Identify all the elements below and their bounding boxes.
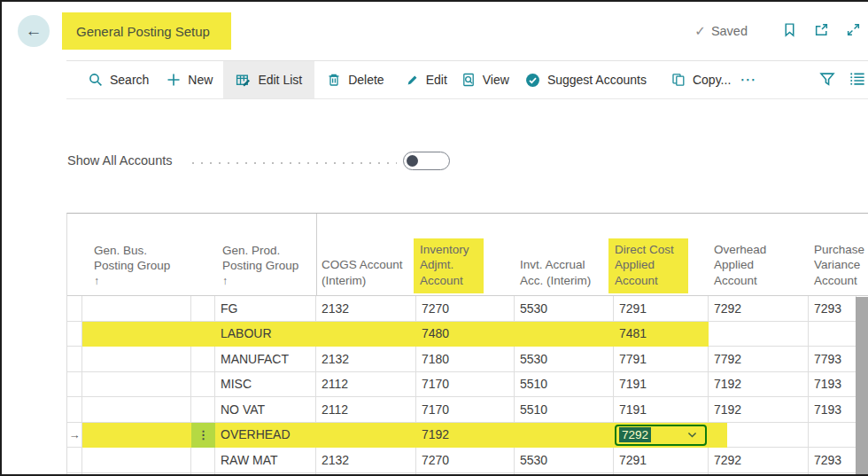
cell-cogs-interim[interactable]: 2112 — [316, 397, 416, 422]
cell-direct-cost[interactable]: 7791 — [614, 347, 709, 371]
cell-gen-bus[interactable] — [82, 347, 191, 371]
saved-label: Saved — [711, 24, 748, 38]
grid-body: FG 2132 7270 5530 7291 7292 7293 LABOUR … — [67, 296, 868, 476]
cell-inventory-adjmt[interactable]: 7270 — [416, 448, 515, 472]
cell-gen-prod[interactable]: MANUFACT — [215, 347, 316, 371]
filter-button[interactable] — [819, 71, 835, 90]
window-frame-left — [0, 0, 2, 476]
cell-overhead-applied[interactable]: 7292 — [709, 296, 809, 321]
back-button[interactable]: ← — [18, 15, 50, 47]
table-row-fg: FG 2132 7270 5530 7291 7292 7293 — [67, 296, 868, 322]
cell-inventory-adjmt[interactable]: 7170 — [416, 372, 515, 397]
cell-inventory-adjmt[interactable]: 7180 — [416, 347, 515, 371]
row-indicator-cell: → — [67, 423, 82, 448]
cell-direct-cost[interactable]: 7291 — [614, 296, 709, 321]
col-header-gen-bus-posting-group[interactable]: Gen. Bus. Posting Group ↑ — [94, 243, 170, 295]
cell-gen-prod[interactable]: FG — [215, 296, 316, 321]
selected-text: 7292 — [619, 427, 651, 442]
table-row-misc: MISC 2112 7170 5510 7191 7192 7193 — [67, 372, 868, 398]
new-button[interactable]: New — [167, 61, 213, 98]
row-context-menu-button[interactable]: ⋮ — [191, 423, 215, 449]
cell-direct-cost[interactable]: 7191 — [614, 372, 709, 397]
cell-gen-bus[interactable] — [82, 372, 191, 397]
posting-setup-grid: Gen. Bus. Posting Group ↑ Gen. Prod. Pos… — [66, 213, 868, 476]
col-header-gen-prod-posting-group[interactable]: Gen. Prod. Posting Group ↑ — [222, 243, 298, 295]
grid-header: Gen. Bus. Posting Group ↑ Gen. Prod. Pos… — [67, 214, 868, 296]
col-header-inventory-adjmt-account[interactable]: Inventory Adjmt. Account — [414, 238, 484, 295]
cell-invt-accrual[interactable]: 5530 — [515, 296, 614, 321]
cell-purchase-variance[interactable]: 7793 — [809, 347, 856, 371]
chevron-down-icon[interactable] — [686, 429, 698, 441]
edit-list-icon — [236, 73, 251, 88]
bookmark-icon[interactable] — [782, 22, 797, 37]
filter-row: Show All Accounts — [0, 149, 868, 174]
cell-overhead-applied[interactable]: 7192 — [709, 372, 809, 397]
cell-inventory-adjmt[interactable]: 7170 — [416, 397, 515, 422]
cell-gen-bus[interactable] — [82, 397, 191, 422]
row-indicator-cell — [67, 347, 82, 371]
cell-gen-bus[interactable] — [82, 448, 191, 472]
cell-direct-cost[interactable]: 7291 — [614, 448, 709, 472]
cell-gen-prod[interactable]: MISC — [215, 372, 316, 397]
list-view-button[interactable] — [849, 71, 865, 90]
cell-row-menu — [191, 397, 215, 422]
cell-gen-bus[interactable] — [82, 296, 191, 321]
cell-cogs-interim[interactable]: 2132 — [316, 347, 416, 371]
cell-overhead-applied[interactable]: 7292 — [709, 448, 809, 472]
edit-pencil-icon — [406, 74, 419, 87]
suggest-accounts-button[interactable]: Suggest Accounts — [525, 61, 647, 98]
direct-cost-account-combobox[interactable]: 7292 — [615, 425, 707, 446]
cell-invt-accrual[interactable]: 5510 — [515, 372, 614, 397]
copy-button[interactable]: Copy... — [671, 61, 731, 98]
col-header-purchase-variance-account[interactable]: Purchase Variance Account — [814, 242, 864, 295]
row-indicator-cell — [67, 296, 82, 321]
cell-purchase-variance[interactable] — [809, 423, 856, 448]
delete-button[interactable]: Delete — [327, 61, 384, 98]
cell-purchase-variance[interactable]: 7293 — [809, 296, 856, 321]
cell-cogs-interim[interactable]: 2112 — [316, 372, 416, 397]
cell-gen-prod[interactable]: NO VAT — [215, 397, 316, 422]
vertical-scrollbar[interactable] — [856, 297, 868, 476]
col-header-direct-cost-applied-account[interactable]: Direct Cost Applied Account — [608, 238, 688, 295]
search-icon — [89, 73, 103, 87]
expand-icon[interactable] — [846, 22, 861, 37]
action-toolbar: Search New Edit List Delete Edit View Su… — [66, 60, 868, 99]
edit-button[interactable]: Edit — [406, 61, 447, 98]
show-all-accounts-label: Show All Accounts — [67, 153, 173, 168]
cell-purchase-variance[interactable] — [809, 322, 856, 347]
cell-gen-prod[interactable]: RAW MAT — [215, 448, 316, 472]
col-header-overhead-applied-account[interactable]: Overhead Applied Account — [714, 242, 766, 295]
show-all-accounts-toggle[interactable] — [403, 152, 450, 170]
cell-purchase-variance[interactable]: 7193 — [809, 397, 856, 422]
col-header-invt-accrual-acc-interim[interactable]: Invt. Accrual Acc. (Interim) — [520, 257, 591, 295]
cell-overhead-applied[interactable]: 7792 — [709, 347, 809, 371]
cell-invt-accrual[interactable]: 5510 — [515, 397, 614, 422]
cell-invt-accrual[interactable]: 5530 — [515, 448, 614, 472]
row-indicator-cell — [67, 322, 82, 347]
edit-list-button[interactable]: Edit List — [223, 61, 314, 98]
view-icon — [461, 73, 476, 87]
cell-row-menu — [191, 448, 215, 472]
more-actions-button[interactable]: ⋯ — [740, 70, 757, 90]
active-row-pointer-icon: → — [69, 428, 81, 441]
view-button[interactable]: View — [461, 61, 509, 98]
cell-cogs-interim[interactable]: 2132 — [316, 448, 416, 472]
cell-cogs-interim[interactable]: 2132 — [316, 296, 416, 321]
toggle-knob — [407, 155, 418, 167]
search-button[interactable]: Search — [89, 61, 149, 98]
col-header-cogs-account-interim[interactable]: COGS Account (Interim) — [322, 257, 403, 295]
cell-overhead-applied[interactable]: 7192 — [709, 397, 809, 422]
cell-purchase-variance[interactable]: 7193 — [809, 372, 856, 397]
popout-icon[interactable] — [814, 22, 829, 37]
cell-invt-accrual[interactable]: 5530 — [515, 347, 614, 371]
dotted-leader — [189, 161, 397, 165]
sort-ascending-icon: ↑ — [94, 275, 170, 289]
row-indicator-cell — [67, 372, 82, 397]
cell-overhead-applied[interactable] — [709, 322, 809, 347]
kebab-icon: ⋮ — [198, 429, 209, 441]
list-view-icon — [849, 71, 865, 87]
delete-icon — [327, 73, 341, 87]
cell-inventory-adjmt[interactable]: 7270 — [416, 296, 515, 321]
cell-direct-cost[interactable]: 7191 — [614, 397, 709, 422]
cell-purchase-variance[interactable]: 7293 — [809, 448, 856, 472]
